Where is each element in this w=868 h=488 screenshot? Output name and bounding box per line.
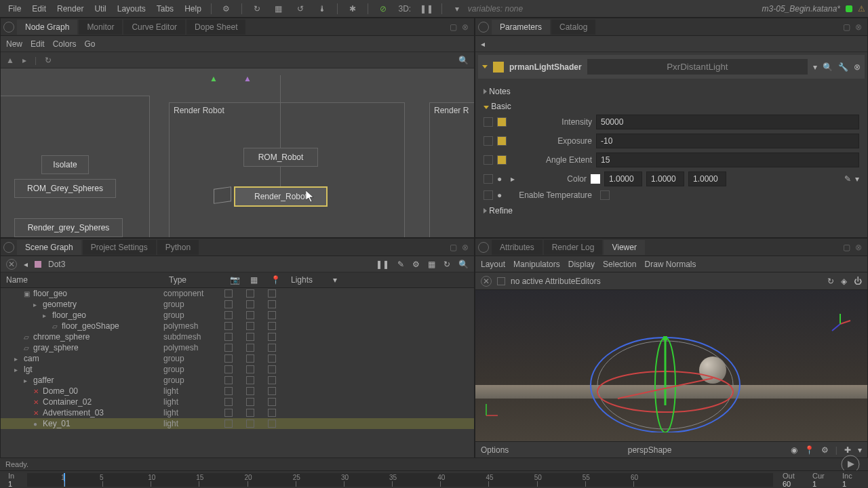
power-icon[interactable]: ⏻ xyxy=(854,277,862,286)
camera-icon[interactable]: ▦ xyxy=(272,2,285,16)
tab-renderlog[interactable]: Render Log xyxy=(544,240,603,255)
node-render-grey[interactable]: Render_grey_Spheres xyxy=(14,218,123,237)
tree-row[interactable]: ▱chrome_spheresubdmesh xyxy=(1,331,474,342)
tree-row[interactable]: ▱gray_spherepolymesh xyxy=(1,342,474,353)
tab-nodegraph[interactable]: Node Graph xyxy=(17,20,77,35)
close-x-icon[interactable]: ✕ xyxy=(6,259,17,270)
save-icon[interactable]: ▦ xyxy=(428,260,435,269)
checkbox-enable-temp[interactable] xyxy=(600,190,610,200)
bug-icon[interactable]: ✱ xyxy=(346,2,359,16)
tree-row[interactable]: ✕Container_02light xyxy=(1,396,474,407)
vis-icon[interactable]: ◉ xyxy=(791,445,797,455)
minimize-icon[interactable]: ▢ xyxy=(843,22,852,32)
tree-row[interactable]: ▸camgroup xyxy=(1,353,474,364)
section-notes[interactable]: Notes xyxy=(489,87,510,96)
box-icon[interactable]: ◈ xyxy=(841,277,847,286)
refresh-icon[interactable]: ↻ xyxy=(443,260,450,269)
dropdown-icon[interactable]: ▾ xyxy=(450,2,464,16)
search-icon[interactable]: 🔍 xyxy=(458,56,469,65)
color-b[interactable]: 1.0000 xyxy=(688,171,726,186)
tree-row[interactable]: ▸geometrygroup xyxy=(1,299,474,310)
camera-label[interactable]: perspShape xyxy=(628,445,672,455)
gear-icon[interactable]: ⚙ xyxy=(220,2,233,16)
expand-icon[interactable] xyxy=(484,106,489,109)
dot-icon[interactable]: ● xyxy=(497,174,507,184)
pause-icon[interactable]: ❚❚ xyxy=(420,2,433,16)
more-icon[interactable]: ▾ xyxy=(858,445,862,455)
section-basic[interactable]: Basic xyxy=(491,102,511,111)
out-value[interactable]: 60 xyxy=(777,480,804,488)
checkbox[interactable] xyxy=(497,277,505,285)
tab-monitor[interactable]: Monitor xyxy=(79,20,122,35)
tree-row[interactable]: ▸gaffergroup xyxy=(1,375,474,386)
vm-display[interactable]: Display xyxy=(568,260,595,269)
edit-icon[interactable]: ✎ xyxy=(397,260,404,269)
vm-layout[interactable]: Layout xyxy=(481,260,505,269)
close-icon[interactable]: ⊗ xyxy=(462,243,471,252)
tab-viewer[interactable]: Viewer xyxy=(604,240,644,255)
menu-tabs[interactable]: Tabs xyxy=(151,1,179,16)
tab-catalog[interactable]: Catalog xyxy=(551,20,595,35)
value-intensity[interactable]: 50000 xyxy=(596,115,859,129)
dot-icon[interactable]: ● xyxy=(497,190,507,200)
close-icon[interactable]: ⊗ xyxy=(855,243,865,252)
menu-help[interactable]: Help xyxy=(179,1,207,16)
inc-value[interactable]: 1 xyxy=(837,480,864,488)
vm-normals[interactable]: Draw Normals xyxy=(644,260,696,269)
dropdown-icon[interactable]: ▾ xyxy=(333,275,337,285)
color-r[interactable]: 1.0000 xyxy=(604,171,642,186)
value-exposure[interactable]: -10 xyxy=(596,134,859,148)
viewport-3d[interactable] xyxy=(475,290,867,441)
nav-prev-icon[interactable]: ◂ xyxy=(24,260,28,269)
color-swatch[interactable] xyxy=(591,174,600,184)
nav-refresh-icon[interactable]: ↻ xyxy=(45,56,52,65)
pause-icon[interactable]: ❚❚ xyxy=(376,260,389,269)
vm-manip[interactable]: Manipulators xyxy=(513,260,560,269)
keyframe-icon[interactable] xyxy=(484,174,493,184)
nodegraph-canvas[interactable]: ▲ ▲ Isolate ROM_Grey_Spheres Render_grey… xyxy=(1,68,474,237)
color-g[interactable]: 1.0000 xyxy=(646,171,684,186)
options-label[interactable]: Options xyxy=(481,445,509,455)
cur-value[interactable]: 1 xyxy=(807,480,834,488)
stop-icon[interactable]: ⊘ xyxy=(376,2,390,16)
value-angle[interactable]: 15 xyxy=(596,152,859,167)
menu-layouts[interactable]: Layouts xyxy=(112,1,151,16)
panel-icon[interactable] xyxy=(3,22,14,33)
close-icon[interactable]: ⊗ xyxy=(462,22,471,32)
dropdown-icon[interactable]: ▾ xyxy=(855,174,859,184)
menu-file[interactable]: File xyxy=(3,1,26,16)
group-right[interactable]: Render R xyxy=(429,102,474,237)
node-rom-grey[interactable]: ROM_Grey_Spheres xyxy=(14,179,116,198)
section-refine[interactable]: Refine xyxy=(489,206,513,216)
vm-selection[interactable]: Selection xyxy=(603,260,636,269)
tab-python[interactable]: Python xyxy=(157,240,199,255)
tree-row[interactable]: ▣floor_geocomponent xyxy=(1,288,474,299)
wrench-icon[interactable]: 🔧 xyxy=(838,62,848,72)
tab-curve[interactable]: Curve Editor xyxy=(123,20,185,35)
tree-row[interactable]: ▸floor_geogroup xyxy=(1,310,474,321)
reload-icon[interactable]: ↺ xyxy=(294,2,307,16)
header-name[interactable]: Name xyxy=(6,275,169,285)
nav-up-icon[interactable]: ▲ xyxy=(6,56,14,65)
temp-icon[interactable]: 🌡 xyxy=(315,2,329,16)
timeline-track[interactable]: 151015202530354045505560 xyxy=(27,473,773,487)
axis-gizmo[interactable] xyxy=(827,310,854,338)
node-isolate[interactable]: Isolate xyxy=(41,155,89,174)
col-cam-icon[interactable]: 📷 xyxy=(230,275,250,285)
keyframe-icon[interactable] xyxy=(484,155,493,165)
node-rom-robot[interactable]: ROM_Robot xyxy=(243,148,318,167)
menu-edit[interactable]: Edit xyxy=(26,1,52,16)
dropdown-icon[interactable]: ▾ xyxy=(813,62,817,72)
nav-left-icon[interactable]: ◂ xyxy=(481,39,485,49)
timeline[interactable]: In 1 151015202530354045505560 Out60 Cur1… xyxy=(0,470,868,488)
expand-icon[interactable] xyxy=(484,89,487,94)
expand-icon[interactable]: ▸ xyxy=(511,174,516,184)
close-x-icon[interactable]: ✕ xyxy=(481,276,492,287)
nav-next-icon[interactable]: ▸ xyxy=(22,56,26,65)
keyframe-icon[interactable] xyxy=(484,136,493,146)
menu-util[interactable]: Util xyxy=(89,1,111,16)
panel-icon[interactable] xyxy=(478,22,489,33)
ng-edit[interactable]: Edit xyxy=(31,39,45,49)
menu-render[interactable]: Render xyxy=(52,1,89,16)
warning-icon[interactable]: ⚠ xyxy=(858,4,865,14)
